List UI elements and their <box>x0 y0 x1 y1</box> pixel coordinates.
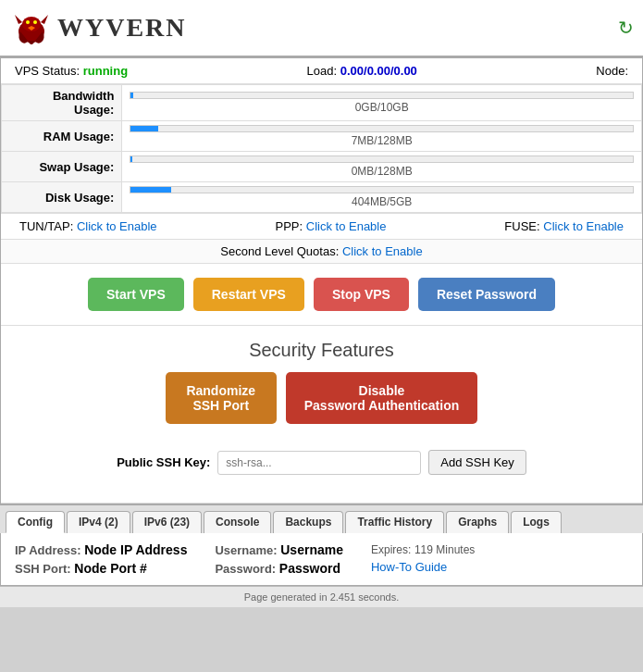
bar-label: 0GB/10GB <box>130 101 634 114</box>
main-content: VPS Status: running Load: 0.00/0.00/0.00… <box>0 57 643 504</box>
status-bar: VPS Status: running Load: 0.00/0.00/0.00… <box>1 58 642 84</box>
bar-fill <box>130 187 170 193</box>
svg-point-5 <box>33 20 37 24</box>
bar-label: 7MB/128MB <box>130 134 634 147</box>
bar-fill <box>130 156 132 162</box>
tun-tap-feature: TUN/TAP: Click to Enable <box>19 219 157 233</box>
username-row: Username: Username <box>215 542 343 557</box>
ppp-feature: PPP: Click to Enable <box>276 219 387 233</box>
usage-label: RAM Usage: <box>2 121 122 152</box>
network-info-col: IP Address: Node IP Address SSH Port: No… <box>15 542 187 576</box>
usage-row: Disk Usage: 404MB/5GB <box>2 182 642 213</box>
password-row: Password: Password <box>215 561 343 576</box>
security-title: Security Features <box>15 340 628 361</box>
footer: Page generated in 2.451 seconds. <box>0 586 643 607</box>
tab-config[interactable]: Config <box>6 511 65 533</box>
credentials-col: Username: Username Password: Password <box>215 542 343 576</box>
bar-track <box>130 186 634 193</box>
bar-track <box>130 156 634 163</box>
bar-track <box>130 125 634 132</box>
usage-bar-cell: 0MB/128MB <box>122 152 642 182</box>
usage-row: Swap Usage: 0MB/128MB <box>2 152 642 182</box>
ssh-key-input[interactable] <box>217 451 421 475</box>
bar-fill <box>130 126 158 131</box>
tab-console[interactable]: Console <box>204 511 271 533</box>
ssh-key-label: Public SSH Key: <box>117 455 210 469</box>
fuse-link[interactable]: Click to Enable <box>543 219 624 233</box>
usage-table: Bandwidth Usage: 0GB/10GB RAM Usage: 7MB… <box>1 84 642 213</box>
tab-logs[interactable]: Logs <box>511 511 562 533</box>
fuse-feature: FUSE: Click to Enable <box>504 219 624 233</box>
expires-col: Expires: 119 Minutes How-To Guide <box>371 542 475 576</box>
tabs-bar: ConfigIPv4 (2)IPv6 (23)ConsoleBackupsTra… <box>0 504 643 533</box>
usage-bar-cell: 404MB/5GB <box>122 182 642 213</box>
reset-password-button[interactable]: Reset Password <box>418 278 555 311</box>
usage-bar-wrapper: 404MB/5GB <box>130 186 634 208</box>
usage-label: Bandwidth Usage: <box>2 85 122 121</box>
stop-vps-button[interactable]: Stop VPS <box>314 278 409 311</box>
usage-bar-wrapper: 0GB/10GB <box>130 92 634 114</box>
svg-marker-2 <box>41 15 48 24</box>
tun-tap-link[interactable]: Click to Enable <box>77 219 157 233</box>
svg-marker-1 <box>15 15 22 24</box>
add-ssh-button[interactable]: Add SSH Key <box>428 450 526 475</box>
dragon-icon <box>9 6 54 50</box>
tab-traffic-history[interactable]: Traffic History <box>345 511 444 533</box>
ssh-port-row: SSH Port: Node Port # <box>15 561 187 576</box>
node-info: Node: <box>596 64 628 78</box>
tab-graphs[interactable]: Graphs <box>446 511 509 533</box>
svg-point-4 <box>26 20 30 24</box>
vps-status: VPS Status: running <box>15 64 128 78</box>
usage-bar-cell: 0GB/10GB <box>122 85 642 121</box>
load-info: Load: 0.00/0.00/0.00 <box>307 64 417 78</box>
tab-ipv4[interactable]: IPv4 (2) <box>67 511 130 533</box>
refresh-button[interactable]: ↻ <box>618 17 634 39</box>
ip-address-row: IP Address: Node IP Address <box>15 542 187 557</box>
disable-password-button[interactable]: Disable Password Authentication <box>286 372 478 424</box>
howto-link[interactable]: How-To Guide <box>371 560 447 574</box>
logo-text: WYVERN <box>57 13 187 43</box>
howto-row: How-To Guide <box>371 560 475 574</box>
security-buttons: Randomize SSH PortDisable Password Authe… <box>15 372 628 424</box>
usage-bar-wrapper: 7MB/128MB <box>130 125 634 147</box>
bar-track <box>130 92 634 99</box>
second-level-link[interactable]: Click to Enable <box>342 244 423 258</box>
info-panel: IP Address: Node IP Address SSH Port: No… <box>0 533 643 586</box>
load-value: 0.00/0.00/0.00 <box>340 64 417 78</box>
tab-backups[interactable]: Backups <box>273 511 343 533</box>
usage-row: Bandwidth Usage: 0GB/10GB <box>2 85 642 121</box>
usage-bar-cell: 7MB/128MB <box>122 121 642 152</box>
usage-row: RAM Usage: 7MB/128MB <box>2 121 642 152</box>
ssh-key-row: Public SSH Key: Add SSH Key <box>15 441 628 489</box>
usage-label: Disk Usage: <box>2 182 122 213</box>
usage-bar-wrapper: 0MB/128MB <box>130 156 634 178</box>
bar-label: 0MB/128MB <box>130 165 634 178</box>
vps-buttons-row: Start VPSRestart VPSStop VPSReset Passwo… <box>1 264 642 326</box>
expires-row: Expires: 119 Minutes <box>371 542 475 556</box>
restart-vps-button[interactable]: Restart VPS <box>193 278 304 311</box>
bar-label: 404MB/5GB <box>130 195 634 208</box>
randomize-ssh-button[interactable]: Randomize SSH Port <box>166 372 277 424</box>
logo-area: WYVERN <box>9 6 187 50</box>
features-row: TUN/TAP: Click to Enable PPP: Click to E… <box>1 213 642 240</box>
vps-status-value: running <box>83 64 128 78</box>
security-section: Security Features Randomize SSH PortDisa… <box>1 326 642 504</box>
usage-label: Swap Usage: <box>2 152 122 182</box>
second-level-quotas: Second Level Quotas: Click to Enable <box>1 240 642 264</box>
bar-fill <box>130 93 133 98</box>
tab-ipv6[interactable]: IPv6 (23) <box>132 511 202 533</box>
start-vps-button[interactable]: Start VPS <box>88 278 184 311</box>
ppp-link[interactable]: Click to Enable <box>306 219 387 233</box>
